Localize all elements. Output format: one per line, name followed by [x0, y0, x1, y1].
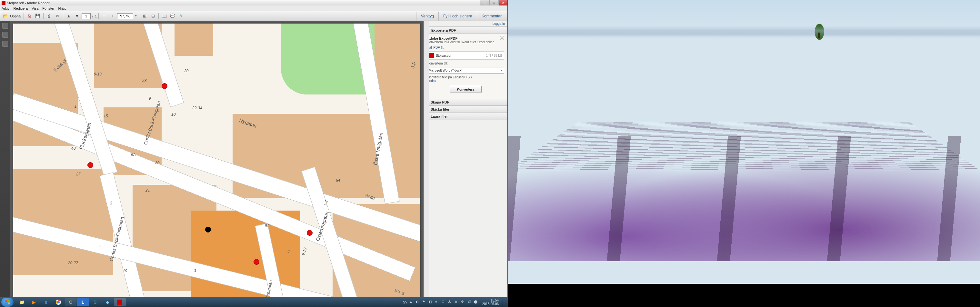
wallpaper-mountains — [508, 25, 980, 38]
thumbnails-icon[interactable] — [2, 23, 8, 29]
vertical-scrollbar[interactable] — [423, 21, 429, 302]
open-folder-icon[interactable]: 📂 — [2, 12, 10, 20]
acrobat-icon[interactable]: ⎘ — [25, 12, 33, 20]
accordion-skicka-filer[interactable]: ▶ Skicka filer — [424, 106, 508, 113]
read-mode-icon[interactable]: 📖 — [160, 12, 168, 20]
settings-gear-icon[interactable]: ⚙ — [500, 36, 504, 40]
right-monitor — [508, 0, 980, 307]
house-number: 3 — [110, 201, 112, 205]
change-link[interactable]: Ändra — [427, 79, 504, 83]
window-controls: — ▭ ✕ — [480, 0, 508, 5]
zoom-dropdown-icon[interactable]: ▼ — [135, 14, 137, 17]
accordion-export-pdf[interactable]: ▼ Exportera PDF — [424, 27, 508, 34]
house-number: 3 — [194, 269, 196, 273]
separator — [63, 13, 63, 19]
tab-fyll-signera[interactable]: Fyll i och signera — [438, 12, 477, 21]
fit-page-icon[interactable]: ⊞ — [141, 12, 148, 20]
tray-icon[interactable]: ⬤ — [474, 300, 478, 304]
service-title: Adobe ExportPDF — [427, 37, 504, 40]
comment-icon[interactable]: 💬 — [169, 12, 177, 20]
menubar: Arkiv Redigera Visa Fönster Hjälp — [0, 5, 508, 11]
tray-flag-icon[interactable]: ▲ — [409, 300, 414, 304]
page-viewport[interactable]: Nygatan Flockergatan Corfitz Beck-Friisg… — [10, 21, 423, 302]
login-link[interactable]: Logga in — [424, 21, 508, 27]
attachments-icon[interactable] — [2, 41, 8, 47]
menu-redigera[interactable]: Redigera — [13, 6, 28, 10]
taskbar-adobe-reader-icon[interactable] — [114, 298, 126, 306]
save-icon[interactable]: 💾 — [34, 12, 41, 20]
window-title: Stolpar.pdf - Adobe Reader — [7, 1, 50, 5]
bookmarks-icon[interactable] — [2, 32, 8, 38]
tab-verktyg[interactable]: Verktyg — [416, 12, 438, 21]
page-number-input[interactable] — [82, 13, 91, 19]
taskbar-lync-icon[interactable]: L — [77, 298, 89, 306]
page-sep: / — [92, 14, 93, 18]
start-button[interactable] — [1, 297, 14, 307]
svg-point-1 — [57, 301, 60, 304]
pdf-icon — [2, 1, 5, 5]
adobe-reader-window: Stolpar.pdf - Adobe Reader — ▭ ✕ Arkiv R… — [0, 0, 508, 302]
accordion-lagra-filer[interactable]: ▶ Lagra filer — [424, 113, 508, 120]
show-desktop-button[interactable] — [502, 297, 504, 307]
taskbar-app-icon[interactable]: ◆ — [102, 298, 113, 306]
menu-visa[interactable]: Visa — [32, 6, 38, 10]
page-up-icon[interactable]: ▲ — [65, 12, 73, 20]
tray-icon[interactable]: ● — [435, 300, 440, 304]
fit-width-icon[interactable]: ⊟ — [149, 12, 157, 20]
taskbar-media-icon[interactable]: ▶ — [28, 298, 40, 306]
print-icon[interactable]: 🖨 — [45, 12, 53, 20]
house-number: 6 — [288, 249, 290, 254]
document-area: Nygatan Flockergatan Corfitz Beck-Friisg… — [0, 21, 423, 302]
minimize-button[interactable]: — — [480, 0, 489, 5]
convert-button[interactable]: Konvertera — [450, 86, 482, 93]
tray-icon[interactable]: ⚑ — [422, 300, 427, 304]
tray-language[interactable]: SV — [403, 301, 407, 304]
tray-icon[interactable]: ⬡ — [442, 300, 446, 304]
tray-icon[interactable]: ⚙ — [461, 300, 466, 304]
mail-icon[interactable]: ✉ — [54, 12, 61, 20]
taskbar-chrome-icon[interactable] — [52, 298, 64, 306]
titlebar[interactable]: Stolpar.pdf - Adobe Reader — ▭ ✕ — [0, 0, 508, 5]
menu-hjalp[interactable]: Hjälp — [58, 6, 67, 10]
zoom-input[interactable] — [117, 13, 133, 19]
tray-icon[interactable]: ◍ — [455, 300, 459, 304]
page-down-icon[interactable]: ▼ — [73, 12, 81, 20]
separator — [24, 13, 24, 19]
maximize-button[interactable]: ▭ — [489, 0, 498, 5]
map-marker-red — [253, 259, 259, 265]
tray-clock[interactable]: 15:54 2015-05-06 — [480, 299, 499, 306]
taskbar-explorer-icon[interactable]: 📁 — [16, 298, 27, 306]
select-file-link[interactable]: Välj PDF-fil: — [427, 46, 504, 49]
taskbar-outlook-icon[interactable]: O — [65, 298, 76, 306]
zoom-out-icon[interactable]: − — [100, 12, 108, 20]
tray-volume-icon[interactable]: 🔊 — [468, 300, 472, 304]
accordion-title: Skicka filer — [431, 107, 449, 111]
tray-icon[interactable]: ◐ — [416, 300, 420, 304]
zoom-in-icon[interactable]: + — [109, 12, 116, 20]
ocr-language-note: Identifiera text på English(U.S.) — [427, 75, 504, 79]
tray-network-icon[interactable]: 🖧 — [448, 300, 453, 304]
export-pdf-body: Adobe ExportPDF ⚙ Konvertera PDF-filer t… — [424, 34, 508, 99]
taskbar-skype-icon[interactable]: S — [89, 298, 101, 306]
open-label[interactable]: Öppna — [10, 14, 21, 18]
close-button[interactable]: ✕ — [498, 0, 508, 5]
house-number: 5A — [131, 153, 136, 157]
taskbar-ie-icon[interactable]: e — [40, 298, 52, 306]
tray-icon[interactable]: ◧ — [429, 300, 433, 304]
menu-fonster[interactable]: Fönster — [42, 6, 54, 10]
building — [175, 24, 213, 56]
menu-arkiv[interactable]: Arkiv — [2, 6, 10, 10]
sign-icon[interactable]: ✎ — [177, 12, 185, 20]
desktop-wallpaper — [508, 0, 980, 284]
convert-format-select[interactable]: Microsoft Word (*.docx) ▼ — [427, 67, 504, 73]
service-subtitle: Konvertera PDF-filer till Word eller Exc… — [427, 40, 504, 44]
map-marker-black — [205, 227, 211, 232]
page-total: 1 — [95, 14, 97, 18]
separator — [158, 13, 159, 19]
selected-file-row[interactable]: Stolpar.pdf 1 fil / 85 kB — [427, 51, 504, 60]
selected-file-size: 1 fil / 85 kB — [486, 54, 502, 57]
accordion-skapa-pdf[interactable]: ▶ Skapa PDF — [424, 99, 508, 106]
house-number: 27 — [76, 172, 80, 177]
convert-to-label: Konvertera till: — [427, 62, 504, 65]
tab-kommentar[interactable]: Kommentar — [477, 12, 506, 21]
